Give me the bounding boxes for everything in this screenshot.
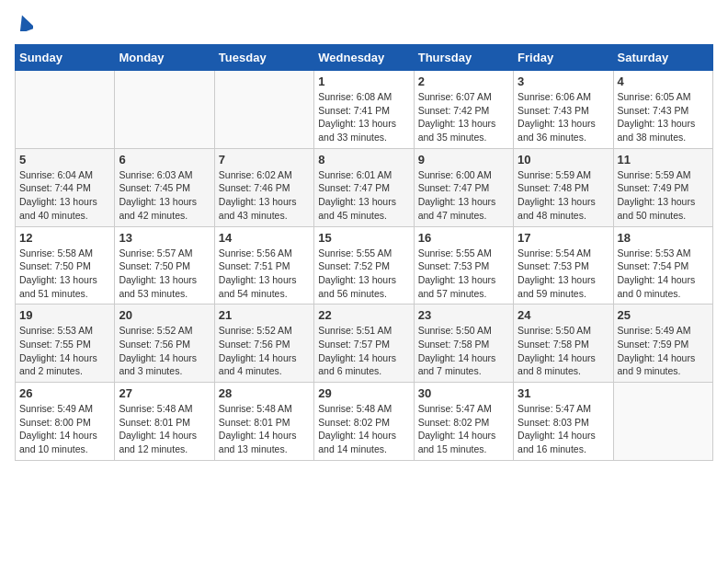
day-number: 20: [119, 308, 210, 322]
day-info: Sunrise: 6:07 AMSunset: 7:42 PMDaylight:…: [418, 90, 509, 144]
calendar-cell: [613, 383, 712, 461]
day-number: 28: [219, 386, 310, 400]
calendar-cell: 10Sunrise: 5:59 AMSunset: 7:48 PMDayligh…: [514, 148, 613, 226]
day-number: 23: [418, 308, 509, 322]
day-info: Sunrise: 5:50 AMSunset: 7:58 PMDaylight:…: [418, 324, 509, 378]
calendar-cell: 24Sunrise: 5:50 AMSunset: 7:58 PMDayligh…: [514, 304, 613, 383]
calendar-cell: 2Sunrise: 6:07 AMSunset: 7:42 PMDaylight…: [414, 71, 513, 149]
calendar-cell: 31Sunrise: 5:47 AMSunset: 8:03 PMDayligh…: [514, 383, 613, 461]
calendar-cell: 20Sunrise: 5:52 AMSunset: 7:56 PMDayligh…: [115, 304, 214, 383]
day-number: 14: [219, 231, 310, 245]
day-info: Sunrise: 5:59 AMSunset: 7:48 PMDaylight:…: [518, 168, 609, 223]
svg-marker-0: [17, 15, 33, 31]
calendar-cell: 21Sunrise: 5:52 AMSunset: 7:56 PMDayligh…: [214, 304, 313, 383]
calendar-cell: 29Sunrise: 5:48 AMSunset: 8:02 PMDayligh…: [314, 383, 414, 461]
day-number: 17: [518, 231, 609, 245]
day-info: Sunrise: 6:06 AMSunset: 7:43 PMDaylight:…: [518, 90, 609, 144]
calendar-cell: 12Sunrise: 5:58 AMSunset: 7:50 PMDayligh…: [16, 226, 115, 304]
day-info: Sunrise: 6:00 AMSunset: 7:47 PMDaylight:…: [418, 168, 509, 223]
day-info: Sunrise: 5:53 AMSunset: 7:55 PMDaylight:…: [19, 324, 110, 378]
day-info: Sunrise: 6:08 AMSunset: 7:41 PMDaylight:…: [318, 90, 409, 144]
col-header-wednesday: Wednesday: [314, 45, 414, 71]
day-number: 26: [19, 386, 110, 400]
day-number: 11: [618, 153, 709, 167]
calendar-cell: 8Sunrise: 6:01 AMSunset: 7:47 PMDaylight…: [314, 148, 414, 226]
day-info: Sunrise: 5:51 AMSunset: 7:57 PMDaylight:…: [318, 324, 409, 378]
calendar-cell: 23Sunrise: 5:50 AMSunset: 7:58 PMDayligh…: [414, 304, 513, 383]
day-info: Sunrise: 5:58 AMSunset: 7:50 PMDaylight:…: [19, 247, 110, 301]
day-info: Sunrise: 6:02 AMSunset: 7:46 PMDaylight:…: [219, 168, 310, 223]
calendar-cell: 9Sunrise: 6:00 AMSunset: 7:47 PMDaylight…: [414, 148, 513, 226]
day-number: 30: [418, 386, 509, 400]
calendar-cell: 17Sunrise: 5:54 AMSunset: 7:53 PMDayligh…: [514, 226, 613, 304]
calendar-cell: 26Sunrise: 5:49 AMSunset: 8:00 PMDayligh…: [16, 383, 115, 461]
calendar-cell: 16Sunrise: 5:55 AMSunset: 7:53 PMDayligh…: [414, 226, 513, 304]
day-info: Sunrise: 6:05 AMSunset: 7:43 PMDaylight:…: [618, 90, 709, 144]
calendar-cell: 18Sunrise: 5:53 AMSunset: 7:54 PMDayligh…: [613, 226, 712, 304]
day-number: 29: [318, 386, 409, 400]
day-number: 6: [119, 153, 210, 167]
day-number: 19: [19, 308, 110, 322]
day-info: Sunrise: 5:47 AMSunset: 8:03 PMDaylight:…: [518, 402, 609, 456]
day-number: 3: [518, 75, 609, 88]
day-number: 31: [518, 386, 609, 400]
day-info: Sunrise: 5:57 AMSunset: 7:50 PMDaylight:…: [119, 247, 210, 301]
day-info: Sunrise: 5:55 AMSunset: 7:53 PMDaylight:…: [418, 247, 509, 301]
day-info: Sunrise: 5:54 AMSunset: 7:53 PMDaylight:…: [518, 247, 609, 301]
calendar-cell: 28Sunrise: 5:48 AMSunset: 8:01 PMDayligh…: [214, 383, 313, 461]
day-number: 24: [518, 308, 609, 322]
calendar-cell: 22Sunrise: 5:51 AMSunset: 7:57 PMDayligh…: [314, 304, 414, 383]
day-info: Sunrise: 5:49 AMSunset: 8:00 PMDaylight:…: [19, 402, 110, 456]
day-info: Sunrise: 5:52 AMSunset: 7:56 PMDaylight:…: [219, 324, 310, 378]
col-header-sunday: Sunday: [16, 45, 115, 71]
day-info: Sunrise: 5:48 AMSunset: 8:01 PMDaylight:…: [119, 402, 210, 456]
day-info: Sunrise: 5:59 AMSunset: 7:49 PMDaylight:…: [618, 168, 709, 223]
day-info: Sunrise: 6:04 AMSunset: 7:44 PMDaylight:…: [19, 168, 110, 223]
calendar-cell: 13Sunrise: 5:57 AMSunset: 7:50 PMDayligh…: [115, 226, 214, 304]
day-info: Sunrise: 6:03 AMSunset: 7:45 PMDaylight:…: [119, 168, 210, 223]
day-info: Sunrise: 5:52 AMSunset: 7:56 PMDaylight:…: [119, 324, 210, 378]
col-header-thursday: Thursday: [414, 45, 513, 71]
calendar-week-3: 12Sunrise: 5:58 AMSunset: 7:50 PMDayligh…: [16, 226, 713, 304]
day-info: Sunrise: 5:49 AMSunset: 7:59 PMDaylight:…: [618, 324, 709, 378]
calendar-cell: 5Sunrise: 6:04 AMSunset: 7:44 PMDaylight…: [16, 148, 115, 226]
calendar-cell: 27Sunrise: 5:48 AMSunset: 8:01 PMDayligh…: [115, 383, 214, 461]
col-header-monday: Monday: [115, 45, 214, 71]
calendar-cell: [115, 71, 214, 149]
day-info: Sunrise: 5:56 AMSunset: 7:51 PMDaylight:…: [219, 247, 310, 301]
day-number: 16: [418, 231, 509, 245]
day-number: 2: [418, 75, 509, 88]
calendar-cell: 15Sunrise: 5:55 AMSunset: 7:52 PMDayligh…: [314, 226, 414, 304]
calendar-cell: 19Sunrise: 5:53 AMSunset: 7:55 PMDayligh…: [16, 304, 115, 383]
day-number: 18: [618, 231, 709, 245]
day-info: Sunrise: 5:55 AMSunset: 7:52 PMDaylight:…: [318, 247, 409, 301]
day-number: 8: [318, 153, 409, 167]
day-info: Sunrise: 5:53 AMSunset: 7:54 PMDaylight:…: [618, 247, 709, 301]
day-number: 15: [318, 231, 409, 245]
calendar-header-row: SundayMondayTuesdayWednesdayThursdayFrid…: [16, 45, 713, 71]
calendar-week-4: 19Sunrise: 5:53 AMSunset: 7:55 PMDayligh…: [16, 304, 713, 383]
calendar-cell: 1Sunrise: 6:08 AMSunset: 7:41 PMDaylight…: [314, 71, 414, 149]
day-number: 10: [518, 153, 609, 167]
day-info: Sunrise: 5:47 AMSunset: 8:02 PMDaylight:…: [418, 402, 509, 456]
calendar-week-2: 5Sunrise: 6:04 AMSunset: 7:44 PMDaylight…: [16, 148, 713, 226]
calendar-cell: 30Sunrise: 5:47 AMSunset: 8:02 PMDayligh…: [414, 383, 513, 461]
calendar-cell: 4Sunrise: 6:05 AMSunset: 7:43 PMDaylight…: [613, 71, 712, 149]
calendar-week-5: 26Sunrise: 5:49 AMSunset: 8:00 PMDayligh…: [16, 383, 713, 461]
calendar-table: SundayMondayTuesdayWednesdayThursdayFrid…: [15, 44, 713, 461]
day-number: 7: [219, 153, 310, 167]
calendar-cell: 3Sunrise: 6:06 AMSunset: 7:43 PMDaylight…: [514, 71, 613, 149]
col-header-tuesday: Tuesday: [214, 45, 313, 71]
day-info: Sunrise: 6:01 AMSunset: 7:47 PMDaylight:…: [318, 168, 409, 223]
calendar-cell: 7Sunrise: 6:02 AMSunset: 7:46 PMDaylight…: [214, 148, 313, 226]
logo: [15, 15, 33, 35]
day-number: 1: [318, 75, 409, 88]
calendar-cell: 14Sunrise: 5:56 AMSunset: 7:51 PMDayligh…: [214, 226, 313, 304]
calendar-week-1: 1Sunrise: 6:08 AMSunset: 7:41 PMDaylight…: [16, 71, 713, 149]
day-info: Sunrise: 5:50 AMSunset: 7:58 PMDaylight:…: [518, 324, 609, 378]
calendar-cell: [16, 71, 115, 149]
col-header-saturday: Saturday: [613, 45, 712, 71]
calendar-cell: 11Sunrise: 5:59 AMSunset: 7:49 PMDayligh…: [613, 148, 712, 226]
logo-icon: [17, 15, 33, 31]
day-number: 27: [119, 386, 210, 400]
